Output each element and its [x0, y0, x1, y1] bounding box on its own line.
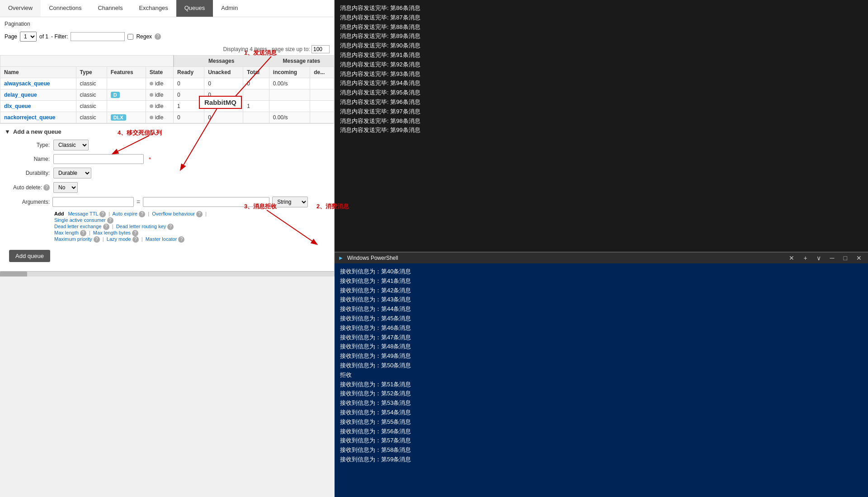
regex-checkbox[interactable]: [127, 34, 133, 40]
cell-type: classic: [76, 78, 107, 89]
pagination-row: Page 1 of 1 - Filter: Regex ?: [0, 29, 334, 44]
cell-deliver: [310, 78, 334, 89]
ps-maximize-btn[interactable]: □: [841, 254, 850, 262]
table-row[interactable]: nackorreject_queueclassicDLXidle000.00/s: [0, 112, 334, 123]
terminal-top: 消息内容发送完毕: 第86条消息消息内容发送完毕: 第87条消息消息内容发送完毕…: [335, 0, 868, 253]
page-size-input[interactable]: [311, 45, 330, 53]
mp-help-icon[interactable]: ?: [94, 236, 100, 243]
link-auto-expire[interactable]: Auto expire: [113, 211, 138, 216]
link-max-length-bytes[interactable]: Max length bytes: [93, 230, 131, 235]
ml-help-icon[interactable]: ?: [80, 230, 86, 236]
regex-label: Regex: [136, 33, 152, 40]
terminal-line: 消息内容发送完毕: 第98条消息: [340, 117, 863, 126]
ps-nav-btn[interactable]: ∨: [814, 254, 824, 262]
rates-group-header: Message rates: [269, 56, 334, 67]
lm-help-icon[interactable]: ?: [132, 236, 139, 243]
cell-deliver: [310, 101, 334, 112]
ps-line: 接收到信息为：第55条消息: [340, 417, 863, 427]
ps-line: 接收到信息为：第54条消息: [340, 408, 863, 417]
mloc-help-icon[interactable]: ?: [178, 236, 184, 243]
type-select[interactable]: Classic Quorum: [53, 140, 89, 150]
overflow-help-icon[interactable]: ?: [196, 211, 203, 217]
link-lazy-mode[interactable]: Lazy mode: [107, 236, 131, 242]
ps-line: 接收到信息为：第44条消息: [340, 305, 863, 314]
type-label: Type:: [5, 142, 50, 148]
cell-ready: 0: [174, 112, 204, 123]
ps-line: 接收到信息为：第57条消息: [340, 436, 863, 445]
auto-delete-help-icon[interactable]: ?: [43, 184, 50, 191]
filter-label: - Filter:: [51, 33, 68, 40]
add-queue-header[interactable]: ▼ Add a new queue: [5, 128, 330, 135]
link-master-locator[interactable]: Master locator: [146, 236, 177, 242]
args-key-input[interactable]: [52, 197, 134, 207]
nav-queues[interactable]: Queues: [176, 0, 213, 17]
mlb-help-icon[interactable]: ?: [132, 230, 138, 236]
annotation-1: 1、发送消息: [244, 49, 277, 57]
terminal-line: 消息内容发送完毕: 第88条消息: [340, 23, 863, 32]
cell-total: 0: [243, 78, 269, 89]
ps-line: 接收到信息为：第48条消息: [340, 342, 863, 352]
page-select[interactable]: 1: [20, 32, 37, 42]
cell-name: delay_queue: [0, 89, 76, 101]
ps-add-btn[interactable]: +: [801, 254, 810, 262]
horizontal-scrollbar[interactable]: [0, 271, 334, 277]
args-equals: =: [137, 198, 140, 206]
filter-input[interactable]: [71, 32, 125, 41]
th-unacked: Unacked: [204, 67, 243, 78]
link-message-ttl[interactable]: Message TTL: [68, 211, 98, 216]
ps-close-btn[interactable]: ✕: [786, 254, 797, 262]
ps-close-btn-2[interactable]: ✕: [854, 254, 864, 262]
queue-table: Messages Message rates Name Type Feature…: [0, 55, 334, 123]
table-row[interactable]: delay_queueclassicDidle00: [0, 89, 334, 101]
terminal-line: 消息内容发送完毕: 第93条消息: [340, 70, 863, 79]
cell-features: D: [107, 89, 146, 101]
collapse-icon: ▼: [5, 128, 10, 135]
ps-line: 接收到信息为：第40条消息: [340, 267, 863, 277]
page-label: Page: [5, 33, 17, 40]
dlr-help-icon[interactable]: ?: [167, 224, 174, 230]
nav-connections[interactable]: Connections: [41, 0, 90, 17]
ttl-help-icon[interactable]: ?: [99, 211, 106, 217]
nav-overview[interactable]: Overview: [0, 0, 41, 17]
link-overflow[interactable]: Overflow behaviour: [152, 211, 195, 216]
auto-delete-select[interactable]: No Yes: [53, 182, 78, 193]
of-label: of 1: [39, 33, 48, 40]
terminal-line: 消息内容发送完毕: 第96条消息: [340, 98, 863, 107]
table-row[interactable]: dlx_queueclassicidle101: [0, 101, 334, 112]
th-state: State: [146, 67, 173, 78]
add-queue-button[interactable]: Add queue: [9, 250, 50, 262]
dle-help-icon[interactable]: ?: [103, 224, 109, 230]
nav-admin[interactable]: Admin: [213, 0, 246, 17]
add-label: Add: [54, 211, 64, 216]
th-type: Type: [76, 67, 107, 78]
pagination-title: Pagination: [0, 17, 334, 29]
expire-help-icon[interactable]: ?: [139, 211, 145, 217]
table-row[interactable]: alwaysack_queueclassicidle0000.00/s: [0, 78, 334, 89]
ps-line: 接收到信息为：第46条消息: [340, 324, 863, 333]
scroll-thumb[interactable]: [0, 272, 27, 277]
link-dead-letter-routing[interactable]: Dead letter routing key: [116, 224, 166, 229]
ps-line: 接收到信息为：第51条消息: [340, 380, 863, 389]
consumer-help-icon[interactable]: ?: [107, 217, 113, 224]
args-type-select[interactable]: String Number Boolean: [272, 197, 308, 207]
nav-exchanges[interactable]: Exchanges: [131, 0, 176, 17]
ps-minimize-btn[interactable]: ─: [827, 254, 837, 262]
ps-line: 接收到信息为：第43条消息: [340, 295, 863, 305]
name-input[interactable]: [53, 154, 144, 164]
durability-label: Durability:: [5, 170, 50, 176]
nav-channels[interactable]: Channels: [90, 0, 131, 17]
link-max-priority[interactable]: Maximum priority: [54, 236, 92, 242]
link-dead-letter-exchange[interactable]: Dead letter exchange: [54, 224, 102, 229]
ps-line: 接收到信息为：第53条消息: [340, 399, 863, 408]
durability-select[interactable]: Durable Transient: [53, 168, 91, 178]
regex-help-icon[interactable]: ?: [155, 33, 161, 40]
link-max-length[interactable]: Max length: [54, 230, 79, 235]
th-features: Features: [107, 67, 146, 78]
link-single-consumer[interactable]: Single active consumer: [54, 217, 106, 223]
ps-line: 接收到信息为：第41条消息: [340, 277, 863, 286]
terminal-line: 消息内容发送完毕: 第94条消息: [340, 79, 863, 88]
terminal-line: 消息内容发送完毕: 第97条消息: [340, 107, 863, 117]
ps-line: 接收到信息为：第58条消息: [340, 445, 863, 455]
cell-incoming: 0.00/s: [269, 78, 310, 89]
ps-icon: ►: [338, 255, 344, 261]
